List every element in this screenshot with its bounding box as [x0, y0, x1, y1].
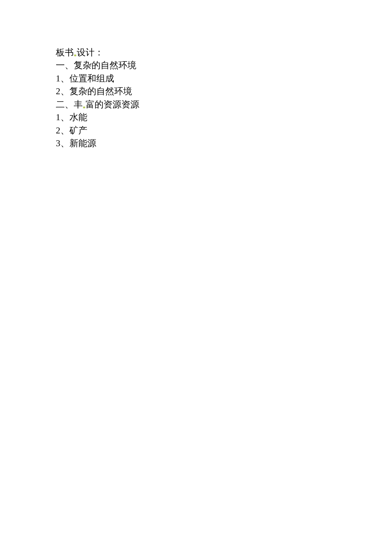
section-2-heading-part2: 富的资源资源: [86, 99, 139, 110]
list-item: 3、新能源: [56, 137, 392, 150]
section-heading: 二、丰富的资源资源: [56, 98, 392, 111]
title-part1: 板书: [56, 47, 74, 58]
section-2-item-2: 2、矿产: [56, 125, 87, 136]
section-2-item-1: 1、水能: [56, 112, 87, 122]
list-item: 2、矿产: [56, 124, 392, 137]
list-item: 1、位置和组成: [56, 72, 392, 85]
section-1-item-2: 2、复杂的自然环境: [56, 86, 132, 96]
title-part2: 设计：: [77, 47, 104, 58]
section-2-item-3: 3、新能源: [56, 138, 96, 148]
revision-mark-icon: [74, 55, 76, 56]
list-item: 2、复杂的自然环境: [56, 85, 392, 98]
revision-mark-icon: [83, 107, 85, 108]
section-1-heading: 一、复杂的自然环境: [56, 60, 136, 70]
list-item: 1、水能: [56, 111, 392, 124]
section-heading: 一、复杂的自然环境: [56, 59, 392, 72]
section-1-item-1: 1、位置和组成: [56, 73, 114, 84]
section-2-heading-part1: 二、丰: [56, 99, 83, 110]
title-line: 板书设计：: [56, 46, 392, 59]
